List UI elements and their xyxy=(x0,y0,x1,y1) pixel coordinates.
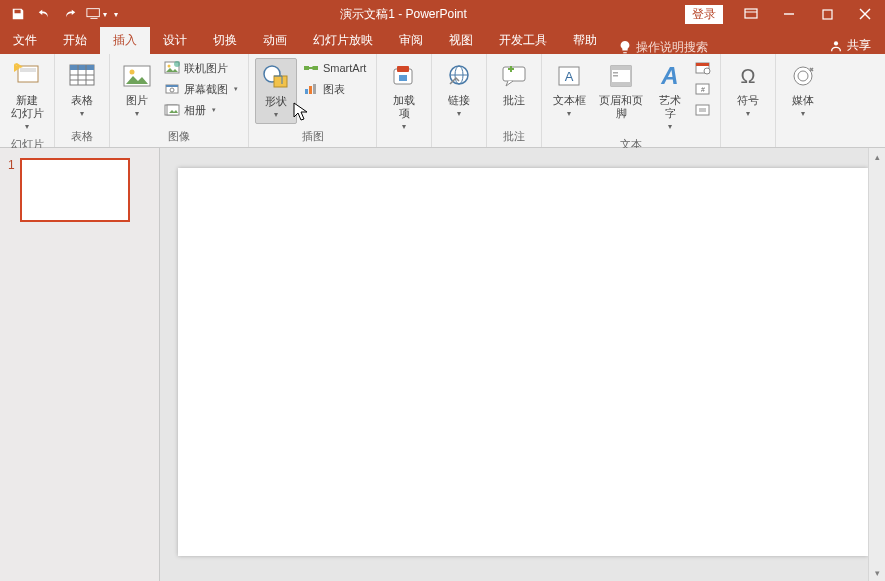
pictures-icon xyxy=(121,60,153,92)
pictures-button[interactable]: 图片▾ xyxy=(116,58,158,122)
group-illustrations-label: 插图 xyxy=(255,127,370,147)
group-comments: 批注 批注 xyxy=(487,54,542,147)
online-pictures-button[interactable]: 联机图片 xyxy=(160,58,242,78)
comment-icon xyxy=(498,60,530,92)
tab-transitions[interactable]: 切换 xyxy=(200,27,250,54)
tab-help[interactable]: 帮助 xyxy=(560,27,610,54)
svg-rect-31 xyxy=(309,86,312,94)
svg-point-20 xyxy=(174,61,180,67)
svg-rect-9 xyxy=(20,68,36,72)
svg-rect-35 xyxy=(399,75,407,81)
media-label: 媒体 xyxy=(792,94,814,107)
tab-developer[interactable]: 开发工具 xyxy=(486,27,560,54)
slide-number-button[interactable]: # xyxy=(692,79,714,99)
shapes-button[interactable]: 形状▾ xyxy=(255,58,297,124)
svg-rect-22 xyxy=(166,85,178,87)
slide-canvas-area[interactable]: ▴ ▾ xyxy=(160,148,885,581)
quick-access-toolbar: ▾ ▾ xyxy=(0,2,122,26)
scroll-up-arrow[interactable]: ▴ xyxy=(869,148,885,165)
photo-album-button[interactable]: 相册 ▾ xyxy=(160,100,242,120)
tab-animations[interactable]: 动画 xyxy=(250,27,300,54)
tab-home[interactable]: 开始 xyxy=(50,27,100,54)
svg-text:A: A xyxy=(565,69,574,84)
textbox-label: 文本框 xyxy=(553,94,586,107)
symbol-button[interactable]: Ω 符号▾ xyxy=(727,58,769,122)
slide-thumbnail-pane[interactable]: 1 xyxy=(0,148,160,581)
svg-rect-28 xyxy=(304,66,309,70)
undo-button[interactable] xyxy=(32,2,56,26)
login-button[interactable]: 登录 xyxy=(685,5,723,24)
svg-rect-25 xyxy=(167,105,179,115)
smartart-label: SmartArt xyxy=(323,62,366,74)
object-button[interactable] xyxy=(692,100,714,120)
group-tables-label: 表格 xyxy=(61,127,103,147)
group-images-label: 图像 xyxy=(116,127,242,147)
wordart-button[interactable]: A 艺术字▾ xyxy=(652,58,688,135)
new-slide-icon xyxy=(11,60,43,92)
save-button[interactable] xyxy=(6,2,30,26)
tell-me-search[interactable] xyxy=(610,40,734,54)
new-slide-button[interactable]: 新建 幻灯片▾ xyxy=(6,58,48,135)
share-label: 共享 xyxy=(847,37,871,54)
group-slides: 新建 幻灯片▾ 幻灯片 xyxy=(0,54,55,147)
svg-text:A: A xyxy=(661,62,679,89)
date-time-button[interactable] xyxy=(692,58,714,78)
group-links: 链接▾ xyxy=(432,54,487,147)
window-controls: 登录 xyxy=(685,0,885,28)
title-bar: ▾ ▾ 演示文稿1 - PowerPoint 登录 xyxy=(0,0,885,28)
comment-button[interactable]: 批注 xyxy=(493,58,535,109)
svg-rect-34 xyxy=(397,66,409,72)
table-icon xyxy=(66,60,98,92)
group-illustrations: 形状▾ SmartArt 图表 插图 xyxy=(249,54,377,147)
start-from-beginning-button[interactable]: ▾ xyxy=(84,2,108,26)
tab-insert[interactable]: 插入 xyxy=(100,27,150,54)
ribbon-display-options-button[interactable] xyxy=(733,0,769,28)
slide-thumbnail[interactable] xyxy=(20,158,130,222)
workspace: 1 ▴ ▾ xyxy=(0,148,885,581)
group-symbols: Ω 符号▾ xyxy=(721,54,776,147)
slide-thumbnail-1[interactable]: 1 xyxy=(8,158,151,222)
tab-review[interactable]: 审阅 xyxy=(386,27,436,54)
slide-number-label: 1 xyxy=(8,158,20,222)
tab-design[interactable]: 设计 xyxy=(150,27,200,54)
slide-number-icon: # xyxy=(695,82,711,96)
photo-album-label: 相册 xyxy=(184,103,206,118)
textbox-button[interactable]: A 文本框▾ xyxy=(548,58,590,122)
chart-button[interactable]: 图表 xyxy=(299,79,370,99)
close-button[interactable] xyxy=(847,0,883,28)
smartart-icon xyxy=(303,60,319,76)
svg-rect-46 xyxy=(613,75,618,77)
svg-rect-1 xyxy=(745,9,757,18)
scroll-down-arrow[interactable]: ▾ xyxy=(869,564,885,581)
addins-label: 加载 项 xyxy=(393,94,415,120)
maximize-button[interactable] xyxy=(809,0,845,28)
redo-button[interactable] xyxy=(58,2,82,26)
header-footer-icon xyxy=(605,60,637,92)
symbol-label: 符号 xyxy=(737,94,759,107)
screenshot-label: 屏幕截图 xyxy=(184,82,228,97)
svg-rect-27 xyxy=(274,76,287,87)
textbox-icon: A xyxy=(553,60,585,92)
link-button[interactable]: 链接▾ xyxy=(438,58,480,122)
header-footer-button[interactable]: 页眉和页脚 xyxy=(592,58,650,122)
wordart-icon: A xyxy=(654,60,686,92)
tab-file[interactable]: 文件 xyxy=(0,27,50,54)
tab-slideshow[interactable]: 幻灯片放映 xyxy=(300,27,386,54)
vertical-scrollbar[interactable]: ▴ ▾ xyxy=(868,148,885,581)
object-icon xyxy=(695,103,711,117)
group-text: A 文本框▾ 页眉和页脚 A 艺术字▾ xyxy=(542,54,721,147)
qat-customize-button[interactable]: ▾ xyxy=(110,2,122,26)
minimize-button[interactable] xyxy=(771,0,807,28)
svg-rect-43 xyxy=(611,66,631,70)
tab-view[interactable]: 视图 xyxy=(436,27,486,54)
tell-me-input[interactable] xyxy=(636,40,726,54)
screenshot-button[interactable]: 屏幕截图 ▾ xyxy=(160,79,242,99)
addins-button[interactable]: 加载 项▾ xyxy=(383,58,425,135)
media-button[interactable]: 媒体▾ xyxy=(782,58,824,122)
slide[interactable] xyxy=(178,168,868,556)
svg-point-17 xyxy=(130,70,135,75)
share-button[interactable]: 共享 xyxy=(815,37,885,54)
table-button[interactable]: 表格▾ xyxy=(61,58,103,122)
svg-rect-32 xyxy=(313,84,316,94)
smartart-button[interactable]: SmartArt xyxy=(299,58,370,78)
